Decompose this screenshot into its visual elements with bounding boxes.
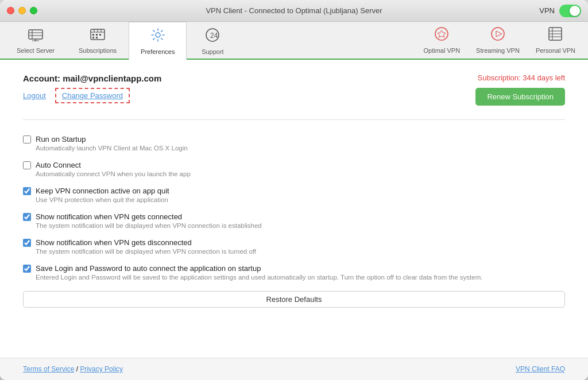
setting-item: Show notification when VPN gets connecte… <box>23 207 565 232</box>
svg-marker-22 <box>496 31 502 37</box>
content-area: Account: mail@vpnclientapp.com Logout Ch… <box>0 60 588 358</box>
setting-item: Save Login and Password to auto connect … <box>23 258 565 284</box>
minimize-button[interactable] <box>18 7 26 14</box>
setting-item: Auto ConnectAutomatically connect VPN wh… <box>23 155 565 181</box>
svg-marker-20 <box>438 30 446 37</box>
svg-point-19 <box>435 28 448 40</box>
close-button[interactable] <box>7 7 14 14</box>
setting-item: Run on StartupAutomatically launch VPN C… <box>23 129 565 155</box>
subscriptions-icon <box>90 29 105 45</box>
setting-description-run-on-startup: Automatically launch VPN Client at Mac O… <box>36 145 565 152</box>
svg-rect-0 <box>29 30 42 39</box>
vpn-label: VPN <box>539 6 555 15</box>
traffic-lights <box>7 7 37 14</box>
svg-text:24: 24 <box>210 32 218 40</box>
tab-personal-vpn[interactable]: Personal VPN <box>528 22 583 59</box>
subscriptions-label: Subscriptions <box>79 47 117 54</box>
support-label: Support <box>202 48 224 55</box>
change-password-link[interactable]: Change Password <box>55 88 130 103</box>
checkbox-show-notification-connected[interactable] <box>23 213 31 221</box>
footer-links: Terms of Service / Privacy Policy <box>23 365 123 373</box>
svg-rect-12 <box>96 34 98 36</box>
footer: Terms of Service / Privacy Policy VPN Cl… <box>0 358 588 380</box>
account-section: Account: mail@vpnclientapp.com Logout Ch… <box>23 73 565 106</box>
tab-select-server[interactable]: Select Server <box>5 22 67 60</box>
setting-item: Show notification when VPN gets disconne… <box>23 232 565 258</box>
select-server-label: Select Server <box>17 47 55 54</box>
restore-defaults-button[interactable]: Restore Defaults <box>23 291 565 308</box>
account-right: Subscription: 344 days left Renew Subscr… <box>475 73 565 106</box>
optimal-vpn-icon <box>434 26 449 45</box>
tab-streaming-vpn[interactable]: Streaming VPN <box>468 22 528 59</box>
checkbox-auto-connect[interactable] <box>23 161 31 169</box>
checkbox-show-notification-disconnected[interactable] <box>23 239 31 247</box>
tab-optimal-vpn[interactable]: Optimal VPN <box>416 22 469 59</box>
select-server-icon <box>28 29 44 45</box>
svg-rect-11 <box>92 34 94 36</box>
setting-label-save-login-password: Save Login and Password to auto connect … <box>36 264 261 273</box>
settings-list: Run on StartupAutomatically launch VPN C… <box>23 129 565 284</box>
svg-rect-15 <box>96 37 98 38</box>
streaming-vpn-icon <box>490 26 505 45</box>
svg-rect-13 <box>99 34 101 36</box>
checkbox-save-login-password[interactable] <box>23 265 31 273</box>
tab-preferences[interactable]: Preferences <box>129 22 187 60</box>
maximize-button[interactable] <box>30 7 37 14</box>
setting-label-show-notification-connected: Show notification when VPN gets connecte… <box>36 212 182 221</box>
account-left: Account: mail@vpnclientapp.com Logout Ch… <box>23 73 161 103</box>
checkbox-keep-vpn-active[interactable] <box>23 187 31 195</box>
setting-description-show-notification-connected: The system notification will be displaye… <box>36 222 565 229</box>
vpn-status: VPN <box>539 5 581 17</box>
account-actions: Logout Change Password <box>23 88 161 103</box>
streaming-vpn-label: Streaming VPN <box>476 47 520 54</box>
setting-description-show-notification-disconnected: The system notification will be displaye… <box>36 248 565 255</box>
account-divider <box>23 119 565 120</box>
svg-point-16 <box>156 33 160 37</box>
support-icon: 24 <box>205 28 220 46</box>
account-title: Account: mail@vpnclientapp.com <box>23 73 161 83</box>
setting-label-show-notification-disconnected: Show notification when VPN gets disconne… <box>36 238 192 247</box>
app-window: VPN Client - Connected to Optimal (Ljubl… <box>0 0 588 380</box>
svg-rect-14 <box>92 37 94 38</box>
subscription-status: Subscription: 344 days left <box>478 73 565 82</box>
optimal-vpn-label: Optimal VPN <box>424 47 461 54</box>
vpn-toggle[interactable] <box>559 5 581 17</box>
preferences-icon <box>150 28 165 46</box>
personal-vpn-icon <box>548 26 563 45</box>
terms-of-service-link[interactable]: Terms of Service <box>23 365 74 373</box>
faq-link[interactable]: VPN Client FAQ <box>516 365 565 373</box>
setting-description-keep-vpn-active: Use VPN protection when quit the applica… <box>36 196 565 203</box>
personal-vpn-label: Personal VPN <box>536 47 575 54</box>
setting-label-keep-vpn-active: Keep VPN connection active on app quit <box>36 187 169 195</box>
window-title: VPN Client - Connected to Optimal (Ljubl… <box>206 6 382 15</box>
tab-support[interactable]: 24 Support <box>187 22 238 60</box>
setting-item: Keep VPN connection active on app quitUs… <box>23 181 565 207</box>
setting-label-auto-connect: Auto Connect <box>36 161 81 169</box>
vpn-toggle-knob <box>570 6 580 16</box>
preferences-label: Preferences <box>141 48 175 55</box>
setting-description-save-login-password: Entered Login and Password will be saved… <box>36 274 565 281</box>
renew-subscription-button[interactable]: Renew Subscription <box>475 88 565 106</box>
privacy-policy-link[interactable]: Privacy Policy <box>80 365 123 373</box>
checkbox-run-on-startup[interactable] <box>23 135 31 144</box>
titlebar: VPN Client - Connected to Optimal (Ljubl… <box>0 0 588 22</box>
tab-subscriptions[interactable]: Subscriptions <box>67 22 129 60</box>
nav-bar: Select Server Subscriptions <box>0 22 588 60</box>
setting-label-run-on-startup: Run on Startup <box>36 135 86 144</box>
setting-description-auto-connect: Automatically connect VPN when you launc… <box>36 170 565 177</box>
logout-link[interactable]: Logout <box>23 91 46 100</box>
